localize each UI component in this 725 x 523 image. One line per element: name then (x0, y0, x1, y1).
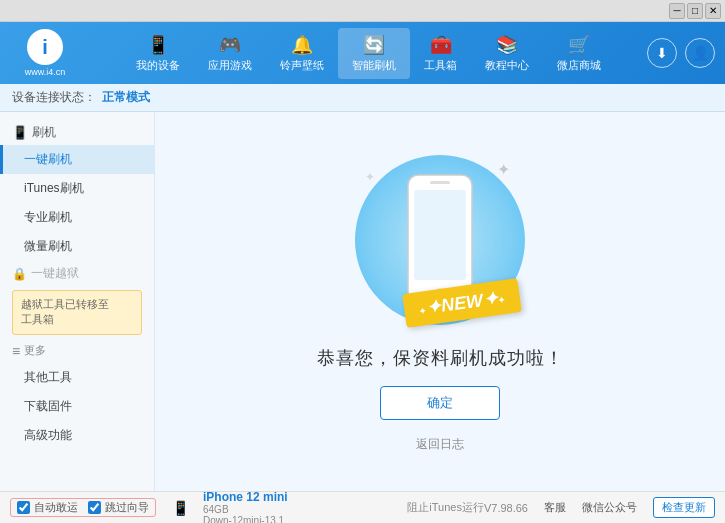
sidebar-more-header: 更多 (0, 339, 154, 363)
sidebar-jailbreak-header: 🔒 一键越狱 (0, 261, 154, 286)
apps-icon: 🎮 (219, 34, 241, 56)
version-text: V7.98.66 (484, 502, 528, 514)
logo-icon: i (27, 29, 63, 65)
success-text: 恭喜您，保资料刷机成功啦！ (317, 346, 564, 370)
status-value: 正常模式 (102, 89, 150, 106)
nav-my-device-label: 我的设备 (136, 58, 180, 73)
auto-start-label: 自动敢运 (34, 500, 78, 515)
device-storage: 64GB Down-12mini-13,1 (203, 504, 288, 524)
sparkle2-icon: ✦ (365, 170, 375, 184)
flash-section-label: 刷机 (32, 124, 56, 141)
tutorial-icon: 📚 (496, 34, 518, 56)
sidebar-item-itunes-flash[interactable]: iTunes刷机 (0, 174, 154, 203)
auto-start-input[interactable] (17, 501, 30, 514)
sidebar-item-advanced[interactable]: 高级功能 (0, 421, 154, 450)
device-info: iPhone 12 mini 64GB Down-12mini-13,1 (203, 490, 288, 524)
nav-ringtones[interactable]: 🔔 铃声壁纸 (266, 28, 338, 79)
back-link[interactable]: 返回日志 (416, 436, 464, 453)
device-icon: 📱 (172, 500, 189, 516)
nav-ringtones-label: 铃声壁纸 (280, 58, 324, 73)
wechat-link[interactable]: 微信公众号 (582, 500, 637, 515)
sidebar-item-other-tools[interactable]: 其他工具 (0, 363, 154, 392)
advanced-label: 高级功能 (24, 428, 72, 442)
nav-toolbox[interactable]: 🧰 工具箱 (410, 28, 471, 79)
bottom-bar: 自动敢运 跳过向导 📱 iPhone 12 mini 64GB Down-12m… (0, 491, 725, 523)
header: i www.i4.cn 📱 我的设备 🎮 应用游戏 🔔 铃声壁纸 🔄 智能刷机 … (0, 22, 725, 84)
nav-bar: 📱 我的设备 🎮 应用游戏 🔔 铃声壁纸 🔄 智能刷机 🧰 工具箱 📚 教程中心… (100, 28, 637, 79)
ringtones-icon: 🔔 (291, 34, 313, 56)
sidebar-flash-header: 📱 刷机 (0, 120, 154, 145)
bottom-left: 自动敢运 跳过向导 📱 iPhone 12 mini 64GB Down-12m… (10, 490, 395, 524)
one-click-flash-label: 一键刷机 (24, 152, 72, 166)
smart-flash-icon: 🔄 (363, 34, 385, 56)
title-bar: ─ □ ✕ (0, 0, 725, 22)
download-firmware-label: 下载固件 (24, 399, 72, 413)
pro-flash-label: 专业刷机 (24, 210, 72, 224)
status-label: 设备连接状态： (12, 89, 96, 106)
jailbreak-lock-icon: 🔒 (12, 267, 27, 281)
svg-rect-3 (430, 181, 450, 184)
other-tools-label: 其他工具 (24, 370, 72, 384)
data-flash-label: 微量刷机 (24, 239, 72, 253)
success-content: ✦ ✦ ✦NEW✦ 恭喜您，保资料刷机成功啦！ 确定 返回日志 (317, 150, 564, 453)
service-link[interactable]: 客服 (544, 500, 566, 515)
itunes-running-label: 阻止iTunes运行 (407, 500, 484, 515)
flash-section-icon: 📱 (12, 125, 28, 140)
sidebar-item-data-flash[interactable]: 微量刷机 (0, 232, 154, 261)
sidebar-item-one-click-flash[interactable]: 一键刷机 (0, 145, 154, 174)
bottom-right: V7.98.66 客服 微信公众号 检查更新 (484, 497, 715, 518)
download-button[interactable]: ⬇ (647, 38, 677, 68)
nav-smart-flash[interactable]: 🔄 智能刷机 (338, 28, 410, 79)
sidebar-item-pro-flash[interactable]: 专业刷机 (0, 203, 154, 232)
minimize-button[interactable]: ─ (669, 3, 685, 19)
itunes-flash-label: iTunes刷机 (24, 181, 84, 195)
sidebar: 📱 刷机 一键刷机 iTunes刷机 专业刷机 微量刷机 🔒 一键越狱 越狱工具… (0, 112, 155, 491)
nav-weidian[interactable]: 🛒 微店商城 (543, 28, 615, 79)
nav-smart-flash-label: 智能刷机 (352, 58, 396, 73)
my-device-icon: 📱 (147, 34, 169, 56)
weidian-icon: 🛒 (568, 34, 590, 56)
jailbreak-note: 越狱工具已转移至工具箱 (12, 290, 142, 335)
nav-apps-games[interactable]: 🎮 应用游戏 (194, 28, 266, 79)
confirm-label: 确定 (427, 394, 453, 412)
nav-my-device[interactable]: 📱 我的设备 (122, 28, 194, 79)
auto-start-checkbox[interactable]: 自动敢运 (17, 500, 78, 515)
nav-tutorial[interactable]: 📚 教程中心 (471, 28, 543, 79)
sidebar-item-download-firmware[interactable]: 下载固件 (0, 392, 154, 421)
skip-wizard-checkbox[interactable]: 跳过向导 (88, 500, 149, 515)
nav-tutorial-label: 教程中心 (485, 58, 529, 73)
skip-wizard-input[interactable] (88, 501, 101, 514)
jailbreak-label: 一键越狱 (31, 265, 79, 282)
checkbox-group: 自动敢运 跳过向导 (10, 498, 156, 517)
sparkles-icon: ✦ (497, 160, 510, 179)
content-area: ✦ ✦ ✦NEW✦ 恭喜您，保资料刷机成功啦！ 确定 返回日志 (155, 112, 725, 491)
svg-rect-1 (414, 190, 466, 280)
close-button[interactable]: ✕ (705, 3, 721, 19)
main-content: 📱 刷机 一键刷机 iTunes刷机 专业刷机 微量刷机 🔒 一键越狱 越狱工具… (0, 112, 725, 491)
status-bar: 设备连接状态： 正常模式 (0, 84, 725, 112)
user-button[interactable]: 👤 (685, 38, 715, 68)
nav-weidian-label: 微店商城 (557, 58, 601, 73)
device-name: iPhone 12 mini (203, 490, 288, 504)
update-label: 检查更新 (662, 501, 706, 513)
header-right: ⬇ 👤 (647, 38, 715, 68)
maximize-button[interactable]: □ (687, 3, 703, 19)
toolbox-icon: 🧰 (430, 34, 452, 56)
skip-wizard-label: 跳过向导 (105, 500, 149, 515)
phone-illustration: ✦ ✦ ✦NEW✦ (350, 150, 530, 330)
logo-area[interactable]: i www.i4.cn (10, 29, 80, 77)
nav-apps-label: 应用游戏 (208, 58, 252, 73)
more-label: 更多 (24, 343, 46, 358)
update-button[interactable]: 检查更新 (653, 497, 715, 518)
confirm-button[interactable]: 确定 (380, 386, 500, 420)
nav-toolbox-label: 工具箱 (424, 58, 457, 73)
logo-text: www.i4.cn (25, 67, 66, 77)
